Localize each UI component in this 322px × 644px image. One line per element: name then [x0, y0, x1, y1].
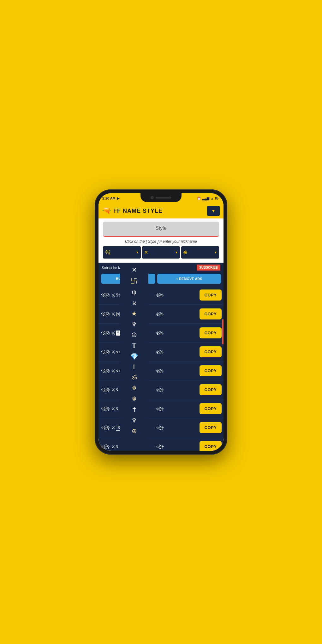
- content-area: Style Click on the [ Style ]⇗ enter your…: [98, 218, 224, 451]
- symbol-cross[interactable]: ✕: [120, 265, 148, 275]
- name-row-7: ꧁꧂ ⚔ 𝑺 ꧁꧂ COPY: [98, 399, 224, 418]
- alarm-icon: ⏰: [197, 197, 201, 200]
- copy-button-4[interactable]: COPY: [200, 346, 222, 357]
- name-row-9: ꧁꧂ ⚔ 𝑺 ꧁꧂ COPY: [98, 437, 224, 451]
- symbol-cross2[interactable]: ✝: [120, 404, 148, 415]
- symbol-cross3[interactable]: ✞: [120, 415, 148, 426]
- symbol-khanda[interactable]: ☬: [120, 383, 148, 393]
- symbol-om2[interactable]: 𖣘: [120, 362, 148, 372]
- play-icon: ▶: [117, 196, 119, 200]
- copy-button-2[interactable]: COPY: [200, 308, 222, 319]
- name-text-7: 𝑺: [116, 406, 118, 411]
- time: 2:20 AM: [102, 196, 116, 200]
- selector2-arrow: ▼: [175, 251, 178, 254]
- name-text-6: 𝑺: [116, 387, 118, 392]
- phone-screen: 2:20 AM ▶ ⏰ ▂▄▆ ▲ 85 🔫 FF NAME STYLE ▼: [98, 193, 224, 451]
- copy-button-9[interactable]: COPY: [200, 441, 222, 451]
- name-sym-1b: ⚔: [111, 292, 115, 298]
- style-selector-2[interactable]: ✕ ▼: [142, 246, 180, 259]
- name-row-8: ꧁꧂ ⚔ S T ꧁꧂ COPY: [98, 418, 224, 437]
- copy-button-6[interactable]: COPY: [200, 384, 222, 395]
- subscribe-row: Subscribe My Channel SUBSCRIBE: [98, 263, 224, 272]
- names-list-area[interactable]: Subscribe My Channel SUBSCRIBE BUY PREMI…: [98, 263, 224, 451]
- symbol-peace[interactable]: ☮: [120, 330, 148, 340]
- battery: 85: [215, 197, 218, 200]
- selector3-arrow: ▼: [214, 251, 217, 254]
- symbol-khanda2[interactable]: ☬: [120, 393, 148, 404]
- copy-button-5[interactable]: COPY: [200, 365, 222, 376]
- name-sym-9b: ⚔: [111, 444, 115, 450]
- style-selector-3[interactable]: ❋ ▼: [181, 246, 219, 259]
- speaker: [156, 197, 171, 199]
- style-selector-1[interactable]: ꧁ ▼: [103, 246, 141, 259]
- header-left: 🔫 FF NAME STYLE: [102, 207, 163, 215]
- copy-button-7[interactable]: COPY: [200, 403, 222, 414]
- selector3-symbol: ❋: [183, 249, 187, 255]
- copy-button-1[interactable]: COPY: [200, 289, 222, 301]
- selector1-symbol: ꧁: [105, 250, 110, 255]
- symbol-swastika[interactable]: 卐: [120, 275, 148, 287]
- name-styled-9: ꧁꧂ ⚔ 𝑺: [101, 444, 156, 450]
- symbol-star[interactable]: ★: [120, 308, 148, 319]
- style-hint: Click on the [ Style ]⇗ enter your nickn…: [103, 239, 219, 244]
- name-row-5: ꧁꧂ ⚔ ꜱᴛ ꧁꧂ COPY: [98, 361, 224, 380]
- name-row-3: ꧁꧂ ⚔ 𝕊 𝕋 ⚔ ꧁꧂ ꧁꧂ COPY: [98, 324, 224, 343]
- name-sym-9a: ꧁꧂: [101, 444, 110, 449]
- symbol-shield[interactable]: ⊕: [120, 426, 148, 436]
- camera: [151, 196, 154, 199]
- name-text-9: 𝑺: [116, 444, 118, 449]
- app-title: FF NAME STYLE: [113, 208, 163, 214]
- signal-icon: ▂▄▆: [202, 197, 209, 200]
- scroll-indicator: [222, 319, 224, 344]
- name-extra-8: ꧁꧂: [156, 425, 200, 430]
- name-sym-2a: ꧁꧂: [101, 311, 110, 317]
- symbol-om[interactable]: ॐ: [120, 372, 148, 383]
- name-sym-4a: ꧁꧂: [101, 349, 110, 355]
- status-left: 2:20 AM ▶: [102, 196, 119, 200]
- name-sym-8a: ꧁꧂: [101, 425, 110, 430]
- symbol-ankh[interactable]: 𝕋: [120, 340, 148, 351]
- name-sym-3b: ⚔: [111, 330, 115, 336]
- name-extra-2: ꧁꧂: [156, 312, 200, 317]
- name-sym-2b: ⚔: [111, 311, 115, 317]
- name-extra-5: ꧁꧂: [156, 368, 200, 373]
- wifi-icon: ▲: [211, 197, 214, 200]
- name-row-2: ꧁꧂ ⚔ [s][t] ⚔ ꧁꧂ ꧁꧂ COPY: [98, 305, 224, 324]
- name-row-1: ꧁꧂ ⚔ 𝕊𝕥 ⚔ ꧁꧂ ꧁꧂ COPY: [98, 286, 224, 305]
- name-text-1: 𝕊𝕥: [116, 293, 120, 297]
- name-extra-3: ꧁꧂: [156, 331, 200, 336]
- name-extra-1: ꧁꧂: [156, 293, 200, 298]
- selector2-symbol: ✕: [144, 249, 148, 255]
- remove-ads-button[interactable]: + REMOVE ADS: [157, 274, 221, 284]
- name-sym-4b: ⚔: [111, 349, 115, 355]
- name-extra-9: ꧁꧂: [156, 444, 200, 449]
- status-right: ⏰ ▂▄▆ ▲ 85: [197, 197, 218, 200]
- style-input-text: Style: [155, 225, 167, 231]
- style-input-box[interactable]: Style: [103, 222, 219, 237]
- name-row-4: ꧁꧂ ⚔ ꜱᴛ ꧁꧂ COPY: [98, 343, 224, 361]
- subscribe-button[interactable]: SUBSCRIBE: [197, 265, 220, 271]
- symbol-dropdown[interactable]: ✕ 卐 ψ ϰ ★ ♆ ☮ 𝕋 💎 𖣘 ॐ ☬ ☬ ✝ ✞ ⊕: [120, 263, 148, 438]
- action-buttons-row: BUY PREMIUM + REMOVE ADS: [98, 272, 224, 286]
- name-extra-7: ꧁꧂: [156, 406, 200, 411]
- name-sym-7a: ꧁꧂: [101, 406, 110, 411]
- header-dropdown-btn[interactable]: ▼: [207, 206, 220, 216]
- notch: [140, 193, 182, 202]
- name-sym-5a: ꧁꧂: [101, 368, 110, 373]
- style-input-section: Style Click on the [ Style ]⇗ enter your…: [98, 218, 224, 263]
- copy-button-8[interactable]: COPY: [200, 422, 222, 433]
- symbol-trident[interactable]: ψ: [120, 287, 148, 297]
- name-extra-4: ꧁꧂: [156, 349, 200, 355]
- selector1-arrow: ▼: [136, 251, 139, 254]
- symbol-neptune[interactable]: ♆: [120, 319, 148, 330]
- symbol-diamond[interactable]: 💎: [120, 351, 148, 362]
- name-sym-6b: ⚔: [111, 387, 115, 393]
- gun-icon: 🔫: [102, 207, 111, 215]
- name-sym-3a: ꧁꧂: [101, 330, 110, 336]
- app-header: 🔫 FF NAME STYLE ▼: [98, 203, 224, 218]
- name-extra-6: ꧁꧂: [156, 387, 200, 392]
- name-sym-8b: ⚔: [111, 425, 115, 431]
- name-sym-7b: ⚔: [111, 406, 115, 412]
- symbol-chi[interactable]: ϰ: [120, 297, 148, 308]
- copy-button-3[interactable]: COPY: [200, 327, 222, 338]
